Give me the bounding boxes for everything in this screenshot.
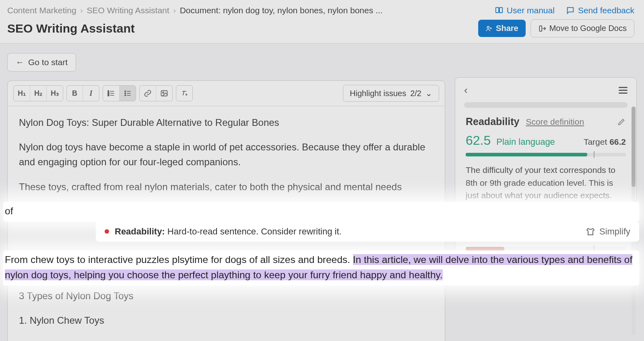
unordered-list-icon: [124, 89, 132, 97]
red-dot-icon: [105, 229, 109, 234]
arrow-left-icon: ←: [16, 58, 24, 67]
doc-heading-types: 3 Types of Nylon Dog Toys: [19, 288, 433, 303]
reading-time: Reading time: 35 sec: [466, 258, 626, 267]
readability-section: Readability Score definition 62.5 Plain …: [455, 108, 636, 275]
breadcrumb-item-1[interactable]: Content Marketing: [7, 6, 76, 15]
clear-format-icon: [180, 89, 188, 97]
chevron-down-icon: ⌄: [425, 88, 432, 98]
svg-rect-0: [496, 8, 499, 13]
highlight-issues-label: Highlight issues: [350, 89, 406, 98]
h1-button[interactable]: H₁: [14, 86, 30, 101]
scrollbar[interactable]: [632, 107, 636, 335]
sidebar-menu-button[interactable]: [619, 87, 627, 94]
export-icon: [538, 25, 546, 33]
doc-paragraph-1: Nylon dog toys have become a staple in w…: [19, 140, 433, 169]
move-label: Move to Google Docs: [549, 24, 627, 33]
svg-point-2: [487, 26, 489, 28]
ordered-list-icon: 123: [107, 89, 115, 97]
readability-description: The difficulty of your text corresponds …: [466, 164, 626, 202]
issue-label: Readability:: [115, 226, 165, 236]
main-area: ← Go to start H₁ H₂ H₃ B I 123: [0, 43, 644, 341]
ordered-list-button[interactable]: 123: [103, 86, 120, 101]
svg-point-7: [125, 91, 126, 92]
unordered-list-button[interactable]: [120, 86, 136, 101]
simplify-label: Simplify: [599, 226, 630, 237]
go-to-start-button[interactable]: ← Go to start: [7, 53, 76, 72]
readability-progress: [466, 153, 626, 156]
doc-list-item-1: 1. Nylon Chew Toys: [19, 313, 433, 328]
editor: H₁ H₂ H₃ B I 123: [7, 80, 445, 341]
breadcrumb-item-2[interactable]: SEO Writing Assistant: [87, 6, 169, 15]
highlight-issues-dropdown[interactable]: Highlight issues 2/2 ⌄: [343, 85, 439, 102]
pencil-icon: [617, 117, 626, 126]
tshirt-icon: [586, 227, 595, 236]
go-start-label: Go to start: [28, 58, 68, 67]
svg-text:3: 3: [108, 94, 109, 97]
send-feedback-label: Send feedback: [578, 6, 634, 15]
words-progress: [466, 247, 626, 251]
user-manual-label: User manual: [507, 6, 555, 15]
send-feedback-link[interactable]: Send feedback: [566, 6, 634, 15]
breadcrumb-item-3: Document: nylon dog toy, nylon bones, ny…: [180, 6, 383, 15]
issue-bar: Readability: Hard-to-read sentence. Cons…: [96, 222, 639, 242]
svg-rect-3: [539, 26, 542, 31]
user-manual-link[interactable]: User manual: [495, 6, 555, 15]
bold-button[interactable]: B: [67, 86, 83, 101]
svg-rect-1: [500, 8, 502, 13]
scrollbar-thumb[interactable]: [632, 107, 636, 187]
image-icon: [160, 89, 168, 97]
readability-target: Target 66.2: [584, 137, 626, 147]
comment-icon: [566, 6, 575, 15]
svg-point-9: [125, 95, 126, 96]
share-label: Share: [496, 24, 518, 33]
person-add-icon: [485, 25, 493, 32]
highlight-issues-count: 2/2: [410, 89, 421, 98]
toolbar: H₁ H₂ H₃ B I 123: [8, 81, 445, 106]
link-icon: [144, 89, 152, 97]
move-to-docs-button[interactable]: Move to Google Docs: [530, 19, 634, 37]
readability-title: Readability: [466, 116, 519, 127]
share-button[interactable]: Share: [478, 20, 526, 37]
issue-text: Hard-to-read sentence. Consider rewritin…: [167, 226, 342, 236]
sidebar: ‹ Readability Score definition 62.5 Plai…: [455, 77, 637, 276]
book-icon: [495, 6, 504, 15]
readability-category: Plain language: [496, 137, 555, 147]
h3-button[interactable]: H₃: [47, 86, 63, 101]
top-links: User manual Send feedback: [495, 6, 634, 15]
doc-title: Nylon Dog Toys: Super Durable Alternativ…: [19, 115, 433, 130]
page-title: SEO Writing Assistant: [7, 22, 135, 35]
edit-button[interactable]: [617, 117, 626, 126]
link-button[interactable]: [140, 86, 156, 101]
italic-button[interactable]: I: [83, 86, 99, 101]
svg-point-8: [125, 93, 126, 94]
readability-score: 62.5: [466, 133, 491, 148]
h2-button[interactable]: H₂: [30, 86, 47, 101]
image-button[interactable]: [156, 86, 172, 101]
divider: [464, 102, 627, 108]
doc-paragraph-2: These toys, crafted from real nylon mate…: [19, 179, 433, 194]
chevron-right-icon: ›: [80, 6, 83, 15]
sidebar-back-button[interactable]: ‹: [464, 84, 468, 97]
simplify-button[interactable]: Simplify: [586, 226, 630, 237]
score-definition-link[interactable]: Score definition: [526, 117, 584, 127]
clear-format-button[interactable]: [176, 86, 192, 101]
chevron-right-icon: ›: [173, 6, 176, 15]
svg-point-11: [163, 92, 164, 93]
header: Content Marketing › SEO Writing Assistan…: [0, 0, 644, 43]
